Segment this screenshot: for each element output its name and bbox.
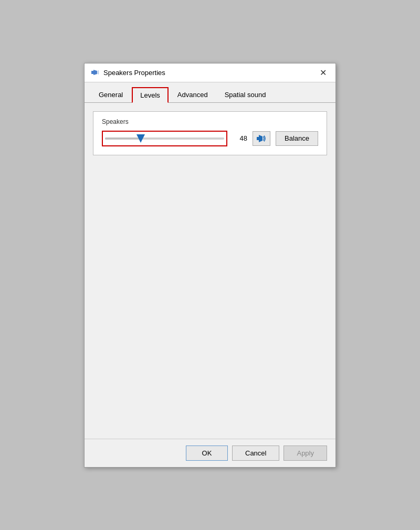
svg-rect-5 [257,137,259,140]
speakers-properties-window: Speakers Properties ✕ General Levels Adv… [84,63,336,468]
close-button[interactable]: ✕ [317,66,329,79]
svg-line-4 [98,73,99,74]
speakers-label: Speakers [102,118,318,125]
tab-spatial-sound[interactable]: Spatial sound [217,87,274,103]
volume-row: 48 Balance [102,131,318,146]
tab-levels[interactable]: Levels [132,87,169,103]
speakers-section: Speakers 48 Balance [93,111,327,155]
ok-button[interactable]: OK [186,446,228,461]
title-bar: Speakers Properties ✕ [85,63,335,82]
cancel-button[interactable]: Cancel [232,446,279,461]
volume-value: 48 [233,134,247,142]
slider-container[interactable] [102,131,227,146]
window-title: Speakers Properties [103,69,165,77]
tab-general[interactable]: General [91,87,131,103]
tab-content: Speakers 48 Balance [85,103,335,439]
speaker-icon [256,134,267,143]
slider-track [105,137,224,140]
balance-button[interactable]: Balance [276,131,318,146]
window-icon [91,68,99,77]
svg-line-2 [98,71,99,71]
svg-marker-6 [259,135,262,142]
apply-button[interactable]: Apply [284,446,327,461]
title-bar-left: Speakers Properties [91,68,165,77]
tabs-bar: General Levels Advanced Spatial sound [85,82,335,103]
footer: OK Cancel Apply [85,439,335,467]
slider-thumb[interactable] [136,134,145,143]
svg-marker-1 [93,70,97,75]
svg-rect-0 [91,71,93,74]
slider-fill [105,137,141,140]
mute-button[interactable] [253,131,270,146]
tab-advanced[interactable]: Advanced [170,87,216,103]
